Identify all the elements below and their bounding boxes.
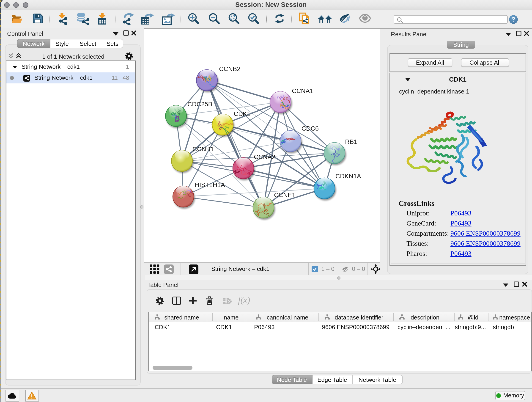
svg-text:CDK1: CDK1 [234,110,251,117]
svg-text:CDC25B: CDC25B [187,101,212,108]
svg-text:CCNB2: CCNB2 [219,65,241,72]
svg-text:CCNA2: CCNA2 [254,153,275,160]
svg-text:CDC6: CDC6 [302,125,319,132]
svg-text:CCNE1: CCNE1 [274,191,296,198]
svg-text:HIST1H1A: HIST1H1A [195,181,225,188]
svg-text:RB1: RB1 [345,138,357,145]
svg-text:CCNB1: CCNB1 [192,146,214,153]
svg-text:CDKN1A: CDKN1A [336,172,361,180]
svg-text:CCNA1: CCNA1 [292,87,313,95]
